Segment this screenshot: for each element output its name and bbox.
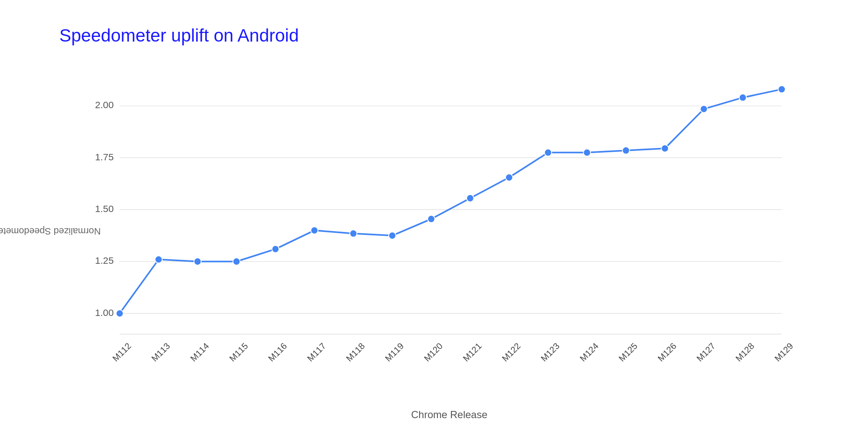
svg-text:M125: M125 xyxy=(617,341,639,363)
svg-point-43 xyxy=(661,145,668,152)
svg-text:M118: M118 xyxy=(344,341,367,363)
svg-text:M123: M123 xyxy=(539,341,561,363)
svg-text:M120: M120 xyxy=(422,341,445,363)
svg-text:1.50: 1.50 xyxy=(95,204,114,214)
svg-point-42 xyxy=(622,147,629,154)
chart-area: Normalized Speedometer 2.1 Score 1.001.2… xyxy=(34,63,834,400)
svg-point-46 xyxy=(778,86,785,93)
svg-text:M112: M112 xyxy=(111,341,133,363)
chart-container: Speedometer uplift on Android Normalized… xyxy=(0,0,868,447)
svg-text:M122: M122 xyxy=(500,341,522,363)
svg-text:M128: M128 xyxy=(734,341,756,363)
svg-text:M121: M121 xyxy=(461,341,484,363)
svg-text:1.00: 1.00 xyxy=(95,307,114,318)
x-axis-label: Chrome Release xyxy=(411,409,487,421)
svg-point-45 xyxy=(739,94,746,101)
svg-point-39 xyxy=(506,174,513,181)
svg-point-33 xyxy=(272,246,279,253)
svg-text:M129: M129 xyxy=(773,341,795,363)
svg-text:2.00: 2.00 xyxy=(95,100,114,110)
svg-text:M124: M124 xyxy=(578,341,600,363)
svg-point-32 xyxy=(233,258,240,265)
svg-text:M119: M119 xyxy=(383,341,406,363)
svg-point-30 xyxy=(155,256,162,263)
svg-text:M127: M127 xyxy=(695,341,717,363)
svg-point-36 xyxy=(389,232,396,239)
svg-point-44 xyxy=(700,106,707,113)
svg-text:M115: M115 xyxy=(227,341,250,363)
svg-point-38 xyxy=(467,195,474,202)
svg-text:1.25: 1.25 xyxy=(95,255,114,266)
svg-text:M117: M117 xyxy=(305,341,328,363)
svg-point-34 xyxy=(311,227,318,234)
chart-svg: 1.001.251.501.752.00M112M113M114M115M116… xyxy=(68,63,826,374)
svg-point-35 xyxy=(350,230,357,237)
svg-point-31 xyxy=(194,258,201,265)
chart-title: Speedometer uplift on Android xyxy=(59,25,834,46)
svg-text:1.75: 1.75 xyxy=(95,152,114,162)
svg-point-40 xyxy=(545,149,552,156)
svg-point-41 xyxy=(584,149,591,156)
svg-text:M114: M114 xyxy=(188,341,211,363)
svg-point-37 xyxy=(428,215,435,223)
svg-text:M113: M113 xyxy=(149,341,172,363)
svg-text:M126: M126 xyxy=(656,341,678,363)
svg-point-29 xyxy=(116,310,123,317)
svg-text:M116: M116 xyxy=(266,341,289,363)
